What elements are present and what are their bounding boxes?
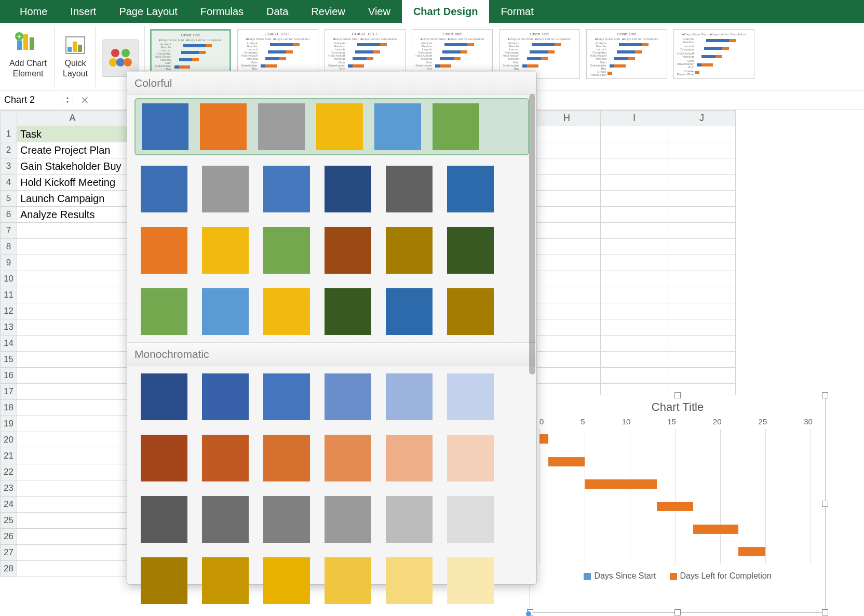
cell-A8[interactable] [17,239,128,255]
cell-A5[interactable]: Launch Campaign [17,191,128,207]
color-swatch[interactable] [141,288,187,335]
quick-layout-button[interactable]: Quick Layout [61,32,90,80]
cell-H15[interactable] [533,352,601,368]
color-swatch[interactable] [325,227,371,274]
color-swatch[interactable] [447,557,494,604]
cell-I11[interactable] [601,287,668,303]
palette-scrollbar[interactable] [529,94,535,374]
ribbon-tab-home[interactable]: Home [8,0,59,23]
name-box[interactable]: Chart 2 [0,92,62,108]
cell-A11[interactable] [17,287,128,303]
legend-item[interactable]: Days Left for Completion [670,571,772,581]
cell-H8[interactable] [533,239,601,255]
cell-J2[interactable] [668,142,736,158]
color-swatch[interactable] [325,166,371,212]
cell-A26[interactable] [17,529,128,545]
cell-A2[interactable]: Create Project Plan [17,142,128,158]
cell-J7[interactable] [668,223,736,239]
cell-A7[interactable] [17,223,128,239]
cell-J14[interactable] [668,336,736,352]
cell-I5[interactable] [601,191,668,207]
color-swatch[interactable] [433,103,479,150]
add-chart-element-button[interactable]: + Add Chart Element [7,32,49,80]
color-swatch[interactable] [141,373,187,420]
cell-I10[interactable] [601,271,668,287]
ribbon-tab-view[interactable]: View [357,0,402,23]
cell-H4[interactable] [533,175,601,191]
cell-J16[interactable] [668,368,736,384]
cell-A21[interactable] [17,448,128,464]
color-swatch[interactable] [386,227,433,274]
cell-J8[interactable] [668,239,736,255]
color-swatch[interactable] [202,288,249,335]
color-swatch[interactable] [141,227,187,274]
chart-bar[interactable] [693,525,738,534]
color-swatch[interactable] [325,496,371,543]
color-swatch[interactable] [316,103,363,150]
chart-bar[interactable] [539,434,548,444]
color-swatch[interactable] [263,435,310,481]
cell-I16[interactable] [601,368,668,384]
palette-row[interactable] [141,373,523,420]
cell-H1[interactable] [533,126,601,142]
color-swatch[interactable] [386,557,433,604]
color-swatch[interactable] [202,557,249,604]
cell-H11[interactable] [533,287,601,303]
color-swatch[interactable] [325,373,371,420]
cell-A17[interactable] [17,384,128,400]
cell-I1[interactable] [601,126,668,142]
cell-H14[interactable] [533,336,601,352]
cell-I2[interactable] [601,142,668,158]
ribbon-tab-format[interactable]: Format [489,0,545,23]
color-swatch[interactable] [263,557,310,604]
cell-A18[interactable] [17,400,128,416]
cell-J5[interactable] [668,191,736,207]
cell-I12[interactable] [601,303,668,319]
color-swatch[interactable] [447,373,494,420]
cell-I7[interactable] [601,223,668,239]
chart-bar[interactable] [548,457,585,466]
color-swatch[interactable] [142,103,188,150]
color-swatch[interactable] [263,496,310,543]
color-swatch[interactable] [258,103,305,150]
color-swatch[interactable] [374,103,421,150]
color-swatch[interactable] [202,227,249,274]
ribbon-tab-formulas[interactable]: Formulas [189,0,255,23]
color-swatch[interactable] [447,288,494,335]
color-swatch[interactable] [447,227,494,274]
color-swatch[interactable] [141,557,187,604]
chart-style-preset-6[interactable]: Chart Title■Days Since Start■Days Left f… [586,29,667,79]
color-swatch[interactable] [202,373,249,420]
palette-row[interactable] [141,496,523,543]
ribbon-tab-review[interactable]: Review [300,0,357,23]
palette-row[interactable] [141,227,523,274]
color-swatch[interactable] [200,103,247,150]
cell-A16[interactable] [17,368,128,384]
cell-A10[interactable] [17,271,128,287]
cell-A19[interactable] [17,416,128,432]
cell-A20[interactable] [17,432,128,448]
cell-H9[interactable] [533,255,601,271]
cell-I14[interactable] [601,336,668,352]
cell-A14[interactable] [17,336,128,352]
color-swatch[interactable] [447,496,494,543]
chart-plot-area[interactable] [539,429,811,564]
cell-J6[interactable] [668,207,736,223]
chart-title[interactable]: Chart Title [530,395,825,417]
embedded-chart[interactable]: Chart Title 051015202530 Days Since Star… [530,395,826,613]
color-swatch[interactable] [386,373,433,420]
cell-A27[interactable] [17,545,128,561]
palette-row[interactable] [141,557,523,604]
legend-item[interactable]: Days Since Start [584,571,656,581]
color-swatch[interactable] [325,435,371,481]
cell-A15[interactable] [17,352,128,368]
palette-row[interactable] [141,435,523,481]
palette-row[interactable] [134,98,529,155]
cell-J15[interactable] [668,352,736,368]
cell-A3[interactable]: Gain Stakeholder Buy [17,158,128,175]
cell-A1[interactable]: Task [17,126,128,142]
cell-A22[interactable] [17,464,128,480]
cell-J4[interactable] [668,175,736,191]
ribbon-tab-insert[interactable]: Insert [59,0,107,23]
color-swatch[interactable] [386,435,433,481]
